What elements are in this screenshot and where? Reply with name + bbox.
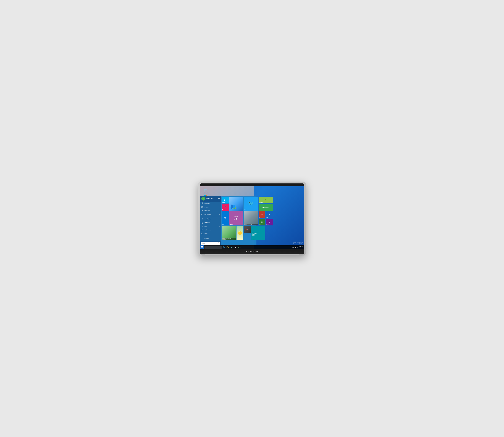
start-search-input[interactable] [201, 242, 220, 245]
volume-icon[interactable]: 🔊 [296, 247, 298, 248]
tile-music[interactable]: 🎵 Music [222, 204, 229, 211]
taskbar-clock[interactable]: 10:24 AM 9/30/2014 [299, 246, 303, 249]
taskbar-office-button[interactable]: O [234, 246, 237, 249]
music-label: Music [222, 209, 225, 210]
taskbar: 🔍 🛍 [200, 245, 304, 249]
tile-hotel[interactable]: Hotel Commonwealth [244, 211, 258, 226]
menu-item-sticky-notes[interactable]: Sticky Notes [200, 228, 221, 232]
tile-word[interactable]: W Word [266, 211, 273, 218]
start-menu-left-panel: A Antonio Onio ⏻ Documents [200, 196, 221, 245]
calendar-day: 30 [234, 217, 238, 221]
taskbar-system-tray: ⌨ 📶 🔊 10:24 AM 9/30/2014 [292, 246, 304, 249]
taskbar-ie-button[interactable] [222, 246, 226, 249]
clock-date: 9/30/2014 [299, 247, 303, 249]
tile-onenote[interactable]: N OneNote [266, 219, 273, 226]
start-menu-tiles: S Skype 🎵 Music [221, 196, 257, 245]
tiles-row-3: This Season's Best Vacation Destinations… [222, 226, 256, 240]
tile-people[interactable]: 👤 👤 People [229, 197, 243, 211]
recycle-bin-label: Recycle Bin [203, 192, 208, 194]
tile-excel[interactable]: X Excel [258, 219, 265, 226]
menu-item-paint[interactable]: Paint › [200, 225, 221, 228]
svg-point-27 [203, 223, 203, 223]
all-apps-label: All Apps [205, 238, 208, 239]
tile-mail[interactable]: ✉ Mail [222, 211, 229, 226]
music-icon: 🎵 [224, 206, 227, 209]
svg-point-30 [203, 223, 203, 223]
excel-label: Excel [259, 224, 261, 225]
taskbar-store-button[interactable]: 🛍 [230, 246, 233, 249]
search-icon-small: 🔍 [218, 242, 219, 244]
system-tray-icons: ⌨ 📶 🔊 [292, 247, 298, 248]
weather-temp: 72° [252, 230, 265, 233]
brand-name: ThinkView [246, 250, 258, 253]
taskbar-items: 🔍 🛍 [204, 246, 292, 249]
tile-vacation[interactable]: This Season's Best Vacation Destinations [222, 226, 236, 240]
taskbar-start-button[interactable] [200, 245, 204, 249]
powerpoint-icon: P [261, 214, 263, 216]
keyboard-icon[interactable]: ⌨ [292, 247, 294, 248]
weather-hilo: 81°/62° [252, 235, 265, 236]
tile-powerpoint[interactable]: P PPT [258, 211, 265, 218]
monitor-container: Recycle Bin W [198, 182, 306, 256]
all-apps-icon [201, 237, 203, 239]
people-label: People [230, 209, 232, 210]
skype-label: Skype [222, 202, 225, 203]
twitter-icon: 🐦 [248, 200, 254, 207]
snipping-tool-label: Snipping Tool [205, 218, 211, 220]
taskbar-search-box[interactable]: 🔍 [205, 246, 222, 249]
weather-city: Los Angeles [252, 233, 265, 234]
minion-icon: 🟡 [238, 231, 242, 235]
tile-twitter[interactable]: 🐦 twitter [244, 197, 258, 211]
svg-text:🛍: 🛍 [231, 247, 232, 248]
menu-item-calculator[interactable]: Calculator [200, 221, 221, 225]
power-button-icon[interactable]: ⏻ [218, 198, 220, 200]
tile-skype[interactable]: S Skype [222, 197, 229, 203]
weather-content: 72° Los Angeles Sunny 81°/62° [251, 229, 265, 237]
sticky-notes-icon [201, 229, 203, 231]
monitor-bezel: Recycle Bin W [200, 183, 304, 254]
calendar-content: Tuesday 30 [234, 216, 238, 221]
svg-point-26 [202, 223, 203, 223]
svg-point-31 [203, 227, 203, 227]
powerpoint-label: PPT [259, 217, 260, 218]
tile-weather[interactable]: 72° Los Angeles Sunny 81°/62° Weather [251, 226, 265, 240]
win-logo-q1 [201, 246, 202, 247]
screen: Recycle Bin W [200, 186, 304, 249]
excel-icon: X [261, 221, 263, 223]
camera-left-dot [246, 185, 246, 185]
svg-point-58 [240, 247, 240, 248]
menu-item-documents[interactable]: Documents [200, 202, 221, 205]
paint-label: Paint [205, 226, 207, 227]
menu-item-snipping-tool[interactable]: Snipping Tool [200, 217, 221, 221]
svg-point-18 [202, 210, 203, 211]
tile-tripadvisor[interactable]: ⊙ tripadvisor [258, 204, 273, 211]
menu-item-all-apps[interactable]: All Apps [200, 237, 221, 240]
cars-icon: 🚗 [246, 228, 249, 231]
network-icon[interactable]: 📶 [295, 247, 296, 248]
menu-item-file-explorer[interactable]: File Explorer › [200, 213, 221, 216]
svg-rect-49 [227, 247, 228, 248]
svg-rect-24 [202, 222, 203, 222]
start-menu-user[interactable]: A Antonio Onio ⏻ [200, 196, 221, 202]
stand-foot-right [299, 254, 303, 255]
tile-calendar[interactable]: Tuesday 30 Calendar [229, 211, 243, 226]
desktop-icon-recycle-bin[interactable]: Recycle Bin [202, 188, 209, 194]
tile-mint[interactable]: 🌿 mint.com [258, 197, 273, 203]
menu-item-pc-settings[interactable]: PC settings [200, 209, 221, 213]
tile-minion[interactable]: 🟡 [237, 226, 243, 240]
menu-item-pictures[interactable]: Pictures [200, 205, 221, 209]
windows-watermark: Windows Technical Preview Evaluation cop… [293, 242, 303, 244]
tile-cars[interactable]: 🚗 [244, 226, 251, 233]
taskbar-explorer-button[interactable] [226, 246, 229, 249]
watermark-line2: Evaluation copy. Build 9841 [293, 243, 303, 244]
svg-point-38 [203, 233, 203, 234]
recycle-bin-icon [204, 188, 208, 192]
menu-item-games[interactable]: Games [200, 232, 221, 236]
taskbar-games-button[interactable] [237, 246, 241, 249]
calculator-icon [201, 222, 203, 224]
office-tiles-column: P PPT W Word [258, 211, 273, 226]
monitor-outer: Recycle Bin W [198, 182, 306, 256]
word-icon: W [268, 214, 270, 216]
tiles-row-2: ✉ Mail Tuesday 30 Calendar [222, 211, 256, 226]
file-explorer-arrow: › [219, 214, 220, 215]
